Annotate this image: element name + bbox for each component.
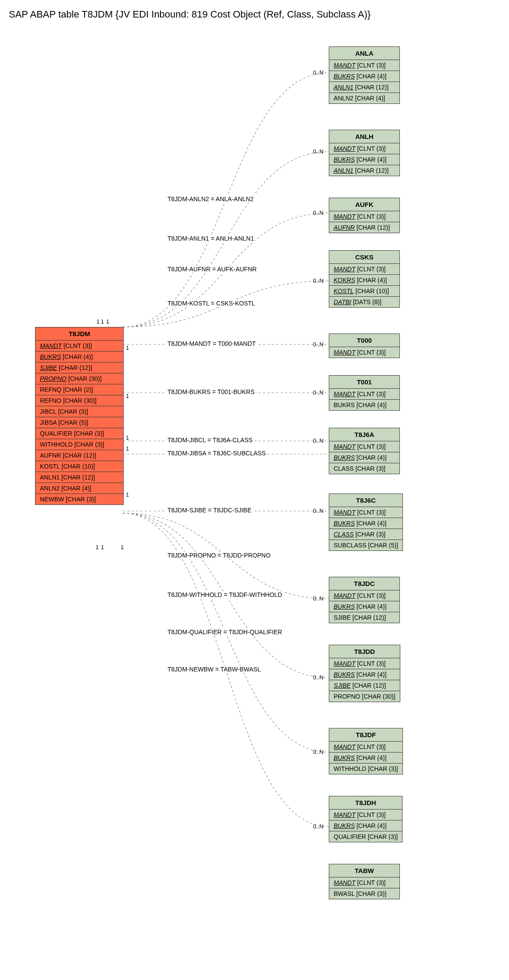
entity-field: CLASS [CHAR (3)] [329,463,399,474]
entity-field: ANLN2 [CHAR (4)] [329,93,399,103]
entity-t8j6a: T8J6AMANDT [CLNT (3)]BUKRS [CHAR (4)]CLA… [329,428,400,474]
entity-field: SJIBE [CHAR (12)] [329,680,400,691]
entity-header: ANLA [329,47,399,60]
entity-header: T001 [329,376,399,389]
entity-header: T8J6A [329,428,399,441]
entity-header: T8J6C [329,494,402,507]
entity-header: T8JDM [36,327,123,341]
entity-header: CSKS [329,251,399,264]
entity-header: T8JDC [329,577,399,590]
entity-header: T8JDF [329,728,402,742]
entity-field: MANDT [CLNT (3)] [36,341,123,352]
cardinality-label: 1 [121,544,124,550]
relationship-label: T8JDM-MANDT = T000-MANDT [167,340,256,347]
entity-field: MANDT [CLNT (3)] [329,810,402,820]
entity-field: MANDT [CLNT (3)] [329,590,399,601]
entity-field: KOSTL [CHAR (10)] [329,286,399,297]
entity-csks: CSKSMANDT [CLNT (3)]KOKRS [CHAR (4)]KOST… [329,250,400,308]
entity-field: MANDT [CLNT (3)] [329,658,400,669]
entity-field: KOSTL [CHAR (10)] [36,461,123,472]
entity-field: BUKRS [CHAR (4)] [329,518,402,529]
cardinality-label: 0..N [313,508,324,514]
page-title: SAP ABAP table T8JDM {JV EDI Inbound: 81… [9,9,500,20]
cardinality-label: 1 [126,491,129,498]
entity-field: MANDT [CLNT (3)] [329,60,399,71]
relationship-label: T8JDM-BUKRS = T001-BUKRS [167,388,256,395]
entity-field: AUFNR [CHAR (12)] [329,222,399,233]
entity-field: DATBI [DATS (8)] [329,297,399,307]
cardinality-label: 0..N [313,209,324,216]
entity-field: MANDT [CLNT (3)] [329,877,399,888]
entity-field: ANLN1 [CHAR (12)] [329,82,399,93]
relationship-label: T8JDM-WITHHOLD = T8JDF-WITHHOLD [167,591,283,598]
cardinality-label: 1 [101,544,104,550]
entity-t000: T000MANDT [CLNT (3)] [329,334,400,358]
relationship-label: T8JDM-AUFNR = AUFK-AUFNR [167,266,257,273]
entity-field: BUKRS [CHAR (4)] [329,669,400,680]
entity-field: QUALIFIER [CHAR (3)] [329,831,402,842]
entity-field: ANLN1 [CHAR (12)] [329,165,399,176]
entity-field: QUALIFIER [CHAR (3)] [36,428,123,439]
entity-field: BUKRS [CHAR (4)] [36,352,123,362]
relationship-label: T8JDM-JIBCL = T8J6A-CLASS [167,437,253,444]
entity-field: BUKRS [CHAR (4)] [329,601,399,612]
relationship-label: T8JDM-ANLN2 = ANLA-ANLN2 [167,195,254,202]
entity-field: ANLN1 [CHAR (12)] [36,472,123,483]
cardinality-label: 1 [96,544,99,550]
entity-field: MANDT [CLNT (3)] [329,742,402,753]
entity-field: PROPNO [CHAR (30)] [329,691,400,702]
entity-field: SUBCLASS [CHAR (5)] [329,540,402,550]
entity-field: SJIBE [CHAR (12)] [329,612,399,623]
entity-field: MANDT [CLNT (3)] [329,389,399,400]
entity-field: NEWBW [CHAR (3)] [36,494,123,504]
entity-t8j6c: T8J6CMANDT [CLNT (3)]BUKRS [CHAR (4)]CLA… [329,494,403,551]
cardinality-label: 0..N [313,148,324,155]
entity-field: BUKRS [CHAR (4)] [329,820,402,831]
entity-t8jdm: T8JDMMANDT [CLNT (3)]BUKRS [CHAR (4)]SJI… [35,327,124,505]
cardinality-label: 1 [126,445,129,452]
entity-field: MANDT [CLNT (3)] [329,347,399,358]
cardinality-label: 0..N [313,389,324,396]
entity-field: CLASS [CHAR (3)] [329,529,402,540]
entity-field: BUKRS [CHAR (4)] [329,400,399,410]
cardinality-label: 0..N [313,749,324,755]
er-diagram: T8JDMMANDT [CLNT (3)]BUKRS [CHAR (4)]SJI… [9,29,500,971]
entity-header: T000 [329,334,399,347]
cardinality-label: 0..N [313,341,324,348]
cardinality-label: 0..N [313,823,324,830]
entity-field: BWASL [CHAR (3)] [329,888,399,899]
entity-anlh: ANLHMANDT [CLNT (3)]BUKRS [CHAR (4)]ANLN… [329,130,400,176]
entity-field: MANDT [CLNT (3)] [329,441,399,452]
entity-header: TABW [329,864,399,877]
cardinality-label: 0..N [313,595,324,602]
cardinality-label: 1 [126,434,129,441]
entity-anla: ANLAMANDT [CLNT (3)]BUKRS [CHAR (4)]ANLN… [329,46,400,104]
entity-tabw: TABWMANDT [CLNT (3)]BWASL [CHAR (3)] [329,864,400,899]
entity-field: MANDT [CLNT (3)] [329,507,402,518]
entity-t8jdd: T8JDDMANDT [CLNT (3)]BUKRS [CHAR (4)]SJI… [329,645,400,702]
relationship-label: T8JDM-PROPNO = T8JDD-PROPNO [167,552,271,559]
entity-field: BUKRS [CHAR (4)] [329,753,402,763]
entity-header: AUFK [329,198,399,211]
entity-field: ANLN2 [CHAR (4)] [36,483,123,494]
entity-field: KOKRS [CHAR (4)] [329,275,399,286]
entity-field: BUKRS [CHAR (4)] [329,154,399,165]
entity-field: MANDT [CLNT (3)] [329,264,399,275]
entity-field: SJIBE [CHAR (12)] [36,362,123,373]
entity-field: PROPNO [CHAR (30)] [36,373,123,384]
cardinality-label: 1 [106,318,109,325]
entity-field: MANDT [CLNT (3)] [329,211,399,222]
relationship-label: T8JDM-KOSTL = CSKS-KOSTL [167,300,256,307]
entity-aufk: AUFKMANDT [CLNT (3)]AUFNR [CHAR (12)] [329,198,400,233]
entity-header: ANLH [329,130,399,143]
entity-field: JIBSA [CHAR (5)] [36,417,123,428]
cardinality-label: 1 [96,318,100,325]
cardinality-label: 1 [126,344,129,351]
entity-t8jdh: T8JDHMANDT [CLNT (3)]BUKRS [CHAR (4)]QUA… [329,796,402,842]
relationship-label: T8JDM-NEWBW = TABW-BWASL [167,666,262,673]
entity-t001: T001MANDT [CLNT (3)]BUKRS [CHAR (4)] [329,375,400,411]
entity-field: WITHHOLD [CHAR (3)] [329,763,402,774]
relationship-label: T8JDM-ANLN1 = ANLH-ANLN1 [167,235,255,242]
cardinality-label: 1 [101,318,104,325]
entity-field: MANDT [CLNT (3)] [329,143,399,154]
